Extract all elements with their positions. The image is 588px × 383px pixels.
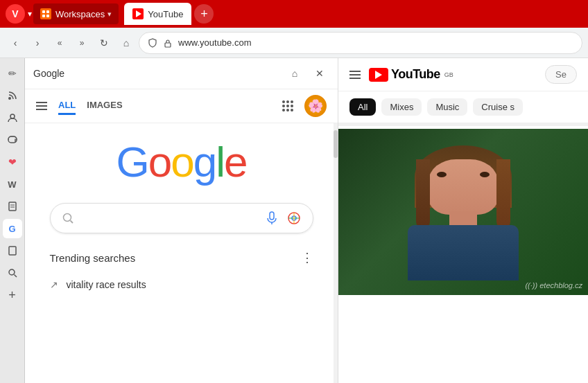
- search-icon: [62, 212, 74, 224]
- youtube-filters: All Mixes Music Cruise s: [338, 91, 588, 123]
- google-panel-title: Google: [33, 68, 64, 79]
- logo-e: e: [224, 138, 246, 186]
- lock-icon: [163, 38, 173, 48]
- apps-grid-icon[interactable]: [282, 100, 293, 112]
- trend-text: vitality race results: [67, 279, 146, 290]
- watermark-text: etechblog.cz: [539, 281, 582, 290]
- youtube-logo-text: YouTube: [391, 67, 440, 82]
- forward-button[interactable]: ›: [28, 33, 47, 53]
- svg-point-12: [9, 269, 15, 275]
- search-sidebar-icon[interactable]: [3, 263, 22, 283]
- rss-icon[interactable]: [3, 86, 22, 105]
- svg-line-15: [70, 221, 73, 224]
- filter-all[interactable]: All: [349, 98, 376, 116]
- video-thumbnail[interactable]: ((·)) etechblog.cz: [338, 129, 588, 295]
- content-area: ✏ ❤ W: [0, 58, 588, 383]
- google-toolbar: ALL IMAGES 🌸: [25, 89, 338, 123]
- youtube-header: YouTube GB Se: [338, 58, 588, 91]
- new-tab-button[interactable]: +: [194, 4, 214, 24]
- youtube-menu-icon[interactable]: [349, 71, 361, 79]
- google-menu-icon[interactable]: [36, 102, 47, 110]
- forward-skip-button[interactable]: »: [72, 33, 92, 53]
- menu-line: [349, 71, 361, 72]
- svg-point-5: [8, 97, 11, 100]
- logo-l: l: [216, 138, 224, 186]
- google-services-icon[interactable]: G: [3, 219, 22, 238]
- svg-rect-0: [42, 10, 45, 13]
- address-bar[interactable]: www.youtube.com: [139, 32, 582, 54]
- shield-icon: [148, 38, 157, 48]
- youtube-panel: YouTube GB Se All Mixes Music Cruise s: [338, 58, 588, 383]
- microphone-icon[interactable]: [264, 211, 279, 226]
- menu-line: [36, 109, 47, 110]
- svg-point-6: [10, 114, 15, 118]
- trending-title: Trending searches: [50, 252, 136, 264]
- watermark: ((·)) etechblog.cz: [525, 281, 582, 290]
- logo-o1: o: [148, 138, 171, 186]
- left-hair: [416, 159, 430, 229]
- mastodon-icon[interactable]: [3, 130, 22, 150]
- panel-controls: ⌂ ✕: [285, 64, 329, 83]
- google-search-box[interactable]: [50, 203, 313, 233]
- face: [429, 159, 498, 215]
- contacts-icon[interactable]: [3, 108, 22, 127]
- filter-mixes[interactable]: Mixes: [381, 98, 422, 116]
- youtube-icon: [369, 68, 388, 82]
- vivaldi-sidebar: ✏ ❤ W: [0, 58, 25, 383]
- refresh-button[interactable]: ↻: [94, 33, 114, 53]
- filter-music[interactable]: Music: [427, 98, 467, 116]
- person-figure: [422, 145, 505, 295]
- back-skip-button[interactable]: «: [50, 33, 69, 53]
- tab-images[interactable]: IMAGES: [87, 97, 122, 115]
- region-badge: GB: [444, 71, 453, 78]
- menu-line: [349, 74, 361, 75]
- youtube-tab-label: YouTube: [148, 9, 183, 19]
- svg-point-14: [63, 214, 71, 222]
- workspaces-dropdown-arrow[interactable]: ▾: [107, 10, 112, 19]
- svg-line-13: [14, 275, 17, 278]
- youtube-search-button[interactable]: Se: [545, 65, 577, 84]
- youtube-logo: YouTube GB: [369, 67, 453, 82]
- workspaces-tab[interactable]: Workspaces ▾: [33, 3, 119, 24]
- trending-section: Trending searches ⋮ ↗ vitality race resu…: [50, 250, 313, 296]
- menu-line: [349, 78, 361, 79]
- watermark-wifi-icon: ((·)): [525, 281, 537, 290]
- search-hint-text: Se: [555, 69, 567, 80]
- youtube-tab[interactable]: YouTube: [124, 3, 191, 25]
- panel-home-button[interactable]: ⌂: [285, 64, 304, 83]
- dropdown-arrow[interactable]: ▾: [28, 9, 32, 19]
- logo-g2: g: [193, 138, 216, 186]
- notes-icon[interactable]: [3, 197, 22, 216]
- left-eye: [437, 172, 447, 177]
- back-button[interactable]: ‹: [6, 33, 25, 53]
- menu-line: [36, 105, 47, 107]
- page-icon[interactable]: [3, 241, 22, 260]
- vivaldi-logo[interactable]: V: [6, 4, 25, 24]
- trend-item[interactable]: ↗ vitality race results: [50, 274, 313, 296]
- youtube-favicon: [132, 8, 144, 19]
- navigation-bar: ‹ › « » ↻ ⌂ www.youtube.com: [0, 28, 588, 58]
- add-panel-icon[interactable]: +: [3, 285, 22, 305]
- more-options-icon[interactable]: ⋮: [301, 250, 313, 265]
- workspaces-icon: [40, 8, 51, 19]
- panel-close-button[interactable]: ✕: [310, 64, 329, 83]
- scrollbar-thumb[interactable]: [334, 130, 338, 158]
- svg-rect-3: [46, 15, 49, 17]
- url-text[interactable]: www.youtube.com: [178, 37, 573, 48]
- right-eye: [480, 172, 490, 177]
- home-button[interactable]: ⌂: [116, 33, 136, 53]
- shoulders: [408, 225, 519, 280]
- user-avatar[interactable]: 🌸: [304, 95, 327, 117]
- edit-icon[interactable]: ✏: [3, 64, 22, 83]
- filter-cruise[interactable]: Cruise s: [473, 98, 523, 116]
- pocket-icon[interactable]: ❤: [3, 152, 22, 172]
- svg-rect-8: [9, 202, 16, 211]
- browser-tab-bar: V ▾ Workspaces ▾ YouTube +: [0, 0, 588, 28]
- content-divider: [338, 123, 588, 126]
- scrollbar-track[interactable]: [334, 123, 338, 383]
- lens-icon[interactable]: [286, 211, 302, 226]
- youtube-content: ((·)) etechblog.cz: [338, 123, 588, 383]
- tab-all[interactable]: ALL: [58, 97, 76, 115]
- wiki-icon[interactable]: W: [3, 175, 22, 194]
- new-tab-icon: +: [200, 7, 208, 21]
